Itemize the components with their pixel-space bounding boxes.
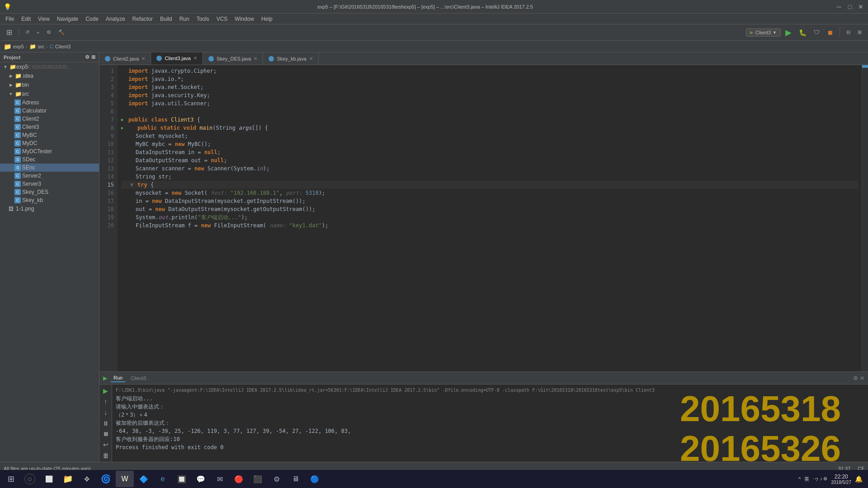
app2-button[interactable]: 🌀: [97, 471, 115, 487]
start-button[interactable]: ⊞: [2, 471, 20, 487]
menu-build[interactable]: Build: [156, 15, 176, 23]
tab-client2[interactable]: Client2.java ✕: [99, 52, 151, 65]
toolbar-project-structure[interactable]: ⊞: [4, 27, 15, 38]
debug-button[interactable]: 🐛: [796, 28, 809, 37]
tree-item-client3[interactable]: C Client3: [0, 123, 99, 131]
close-button[interactable]: ✕: [857, 3, 864, 10]
line-num-10: 10: [99, 140, 118, 148]
menu-navigate[interactable]: Navigate: [53, 15, 82, 23]
search-button[interactable]: ○: [21, 471, 39, 487]
toolbar-sync[interactable]: ↺: [23, 28, 32, 36]
run-tab[interactable]: Run: [111, 374, 125, 382]
line-num-20: 20: [99, 221, 118, 230]
app11-icon: ⚙: [274, 475, 280, 483]
menu-window[interactable]: Window: [231, 15, 258, 23]
toolbar-add-config[interactable]: +: [34, 29, 42, 36]
run-output: F:\JDK1.9\bin\java "-javaagent:F:\IDEA\I…: [112, 385, 868, 462]
menu-run[interactable]: Run: [176, 15, 193, 23]
tab-close-skey-des[interactable]: ✕: [254, 56, 257, 61]
tree-item-server2[interactable]: C Server2: [0, 172, 99, 180]
app8-button[interactable]: ✉: [211, 471, 229, 487]
menu-code[interactable]: Code: [82, 15, 102, 23]
app3-button[interactable]: W: [116, 471, 134, 487]
tab-close-client2[interactable]: ✕: [142, 56, 145, 61]
run-button[interactable]: ▶: [783, 27, 794, 38]
toolbar-layout[interactable]: ⊟: [844, 28, 853, 36]
app12-button[interactable]: 🖥: [287, 471, 305, 487]
app4-button[interactable]: 🔷: [135, 471, 153, 487]
app5-button[interactable]: e: [154, 471, 172, 487]
toolbar-layout2[interactable]: ⊞: [855, 28, 864, 36]
app13-button[interactable]: 🔵: [306, 471, 324, 487]
tree-item-idea[interactable]: ▶ 📁 .idea: [0, 71, 99, 80]
tab-skey-des[interactable]: Skey_DES.java ✕: [203, 52, 263, 65]
app11-button[interactable]: ⚙: [268, 471, 286, 487]
breadcrumb-project-icon: 📁: [4, 43, 11, 50]
taskview-button[interactable]: ⬜: [40, 471, 58, 487]
run-gutter-7[interactable]: ▶: [121, 116, 127, 124]
toolbar-settings[interactable]: ⚙: [44, 28, 54, 36]
tree-item-bin[interactable]: ▶ 📁 bin: [0, 80, 99, 89]
tab-skey-kb[interactable]: Skey_kb.java ✕: [263, 52, 318, 65]
run-wrap-btn[interactable]: ↩: [101, 440, 110, 449]
tree-item-mydctester[interactable]: C MyDCTester: [0, 147, 99, 155]
tree-item-adress[interactable]: C Adress: [0, 99, 99, 107]
toolbar-build[interactable]: 🔨: [56, 28, 67, 36]
tree-item-skey-kb[interactable]: C Skey_kb: [0, 196, 99, 204]
breadcrumb-exp5[interactable]: exp5: [13, 44, 24, 49]
stop-button[interactable]: ⏹: [824, 28, 836, 37]
run-stop-btn[interactable]: ⏹: [101, 429, 110, 438]
app9-button[interactable]: 🔴: [230, 471, 248, 487]
sidebar-expand-icon[interactable]: ⊞: [91, 54, 95, 60]
run-scroll-up-btn[interactable]: ↑: [101, 397, 110, 406]
tree-item-exp5[interactable]: ▼ 📁 exp5 F:\Git\20165318\20...: [0, 62, 99, 71]
explorer-icon: 📁: [63, 474, 73, 484]
tab-close-client3[interactable]: ✕: [193, 56, 197, 61]
sidebar-settings-icon[interactable]: ⚙: [85, 54, 90, 60]
run-scroll-down-btn[interactable]: ↓: [101, 408, 110, 417]
run-with-coverage[interactable]: 🛡: [811, 28, 822, 37]
run-filter-btn[interactable]: 🗑: [101, 451, 110, 460]
app10-button[interactable]: ⬛: [249, 471, 267, 487]
fold-icon-15[interactable]: ▼: [130, 181, 136, 189]
breadcrumb-src[interactable]: src: [38, 44, 45, 49]
run-restart-btn[interactable]: ▶: [101, 386, 110, 395]
tree-item-image[interactable]: 🖼 1-1.png: [0, 204, 99, 213]
tree-item-mydc[interactable]: C MyDC: [0, 139, 99, 147]
tree-item-senc[interactable]: S SEnc: [0, 164, 99, 172]
menu-help[interactable]: Help: [258, 15, 276, 23]
run-gutter-8[interactable]: ▶: [121, 124, 127, 132]
explorer-button[interactable]: 📁: [59, 471, 77, 487]
tab-close-skey-kb[interactable]: ✕: [309, 56, 313, 61]
run-config-selector[interactable]: ▶ Client3 ▼: [746, 28, 781, 37]
menu-bar: File Edit View Navigate Code Analyze Ref…: [0, 14, 868, 24]
tab-client3[interactable]: Client3.java ✕: [151, 52, 203, 65]
menu-analyze[interactable]: Analyze: [102, 15, 129, 23]
menu-refactor[interactable]: Refactor: [129, 15, 156, 23]
code-editor[interactable]: 1 2 3 4 5 6 7 8 9 10 11 12 13 14 15 16 1: [99, 65, 868, 371]
minimize-button[interactable]: ─: [835, 3, 843, 10]
menu-vcs[interactable]: VCS: [213, 15, 231, 23]
run-panel-settings[interactable]: ⚙: [853, 375, 858, 381]
tree-item-src[interactable]: ▼ 📁 src: [0, 89, 99, 99]
app1-button[interactable]: ❖: [78, 471, 96, 487]
run-panel-close[interactable]: ✕: [860, 375, 864, 381]
menu-view[interactable]: View: [34, 15, 53, 23]
run-pause-btn[interactable]: ⏸: [101, 419, 110, 428]
maximize-button[interactable]: □: [846, 3, 854, 10]
menu-edit[interactable]: Edit: [18, 15, 34, 23]
app7-button[interactable]: 💬: [192, 471, 210, 487]
tree-item-client2[interactable]: C Client2: [0, 115, 99, 123]
menu-file[interactable]: File: [2, 15, 18, 23]
menu-tools[interactable]: Tools: [193, 15, 213, 23]
tree-item-sdec[interactable]: S SDec: [0, 155, 99, 164]
breadcrumb-client3[interactable]: Client3: [55, 44, 71, 49]
tray-arrow-up[interactable]: ^: [798, 476, 801, 482]
app6-button[interactable]: 🔲: [173, 471, 191, 487]
tree-item-calculator[interactable]: C Calculator: [0, 107, 99, 115]
notification-icon[interactable]: 🔔: [855, 475, 863, 483]
tree-item-skey-des[interactable]: C Skey_DES: [0, 188, 99, 196]
tree-item-mybc[interactable]: C MyBC: [0, 131, 99, 139]
code-content[interactable]: import javax.crypto.Cipher; import java.…: [118, 65, 862, 371]
tree-item-server3[interactable]: C Server3: [0, 180, 99, 188]
